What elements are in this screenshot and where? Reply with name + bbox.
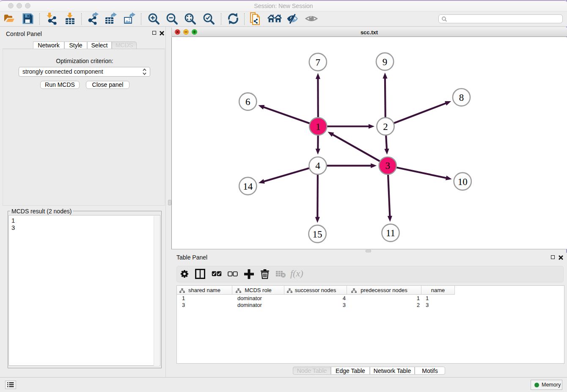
svg-text:9: 9 (383, 57, 388, 67)
svg-text:14: 14 (243, 181, 253, 192)
svg-text:8: 8 (459, 92, 464, 103)
svg-text:15: 15 (313, 229, 322, 240)
svg-text:11: 11 (386, 228, 395, 238)
svg-text:2: 2 (383, 121, 388, 132)
svg-text:4: 4 (315, 160, 320, 171)
svg-text:7: 7 (316, 57, 321, 68)
svg-text:3: 3 (385, 160, 390, 171)
svg-text:1: 1 (316, 121, 321, 132)
svg-text:6: 6 (245, 97, 250, 107)
svg-text:10: 10 (458, 177, 468, 187)
